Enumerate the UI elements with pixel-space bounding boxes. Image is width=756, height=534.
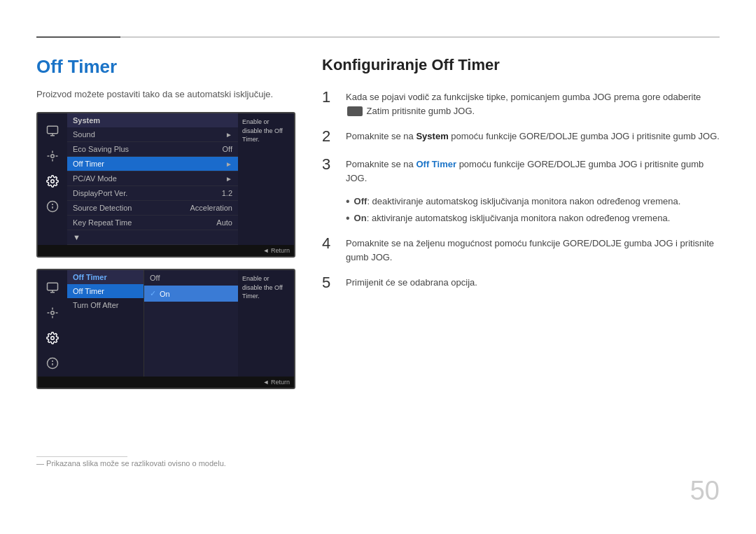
monitor-icon-info xyxy=(45,199,60,214)
subtitle: Proizvod možete postaviti tako da se aut… xyxy=(36,89,295,99)
step3-blue-bold: Off Timer xyxy=(416,159,456,169)
svg-point-3 xyxy=(51,155,55,158)
step-text-3: Pomaknite se na Off Timer pomoću funkcij… xyxy=(346,155,720,185)
step-3: 3 Pomaknite se na Off Timer pomoću funkc… xyxy=(322,155,720,185)
menu-item-sound: Sound► xyxy=(67,127,238,142)
step-5: 5 Primijenit će se odabrana opcija. xyxy=(322,274,720,292)
top-line-full xyxy=(36,36,720,38)
submenu-item-turnoff: Turn Off After xyxy=(67,298,144,312)
steps-list-2: 4 Pomaknite se na željenu mogućnost pomo… xyxy=(322,234,720,292)
submenu-options: Off ✓ On xyxy=(144,270,238,377)
submenu-item-offtimer: Off Timer xyxy=(67,284,144,298)
submenu-panel: Off Timer Off Timer Turn Off After xyxy=(67,270,144,377)
monitor2-side-note: Enable or disable the Off Timer. xyxy=(242,274,290,301)
bullet-off-label: Off xyxy=(354,196,368,206)
monitor-icon-settings xyxy=(45,174,60,189)
step-4: 4 Pomaknite se na željenu mogućnost pomo… xyxy=(322,234,720,264)
menu-header-system: System xyxy=(67,113,238,127)
bottom-note: — Prikazana slika može se razlikovati ov… xyxy=(36,459,226,468)
monitor-icon-display xyxy=(45,123,60,139)
monitor-sidebar-1 xyxy=(38,113,67,245)
step-text-4: Pomaknite se na željenu mogućnost pomoću… xyxy=(346,234,720,264)
svg-rect-11 xyxy=(48,283,58,290)
step2-bold: System xyxy=(416,131,448,141)
bullets-list: • Off: deaktiviranje automatskog isključ… xyxy=(346,195,720,225)
menu-item-eco: Eco Saving PlusOff xyxy=(67,142,238,157)
menu-item-offtimer: Off Timer► xyxy=(67,157,238,171)
page-number: 50 xyxy=(690,476,720,506)
steps-list: 1 Kada se pojavi vodič za funkcijske tip… xyxy=(322,88,720,185)
option-on: ✓ On xyxy=(144,286,238,302)
return-bar-1: ◄ Return xyxy=(38,245,294,256)
bullet-on-label: On xyxy=(354,213,367,223)
menu-item-more: ▼ xyxy=(67,230,238,245)
step-text-1: Kada se pojavi vodič za funkcijske tipke… xyxy=(346,88,720,118)
return-bar-2: ◄ Return xyxy=(38,377,294,388)
menu-item-displayport: DisplayPort Ver.1.2 xyxy=(67,186,238,201)
svg-point-14 xyxy=(51,311,55,315)
monitor2-icon-info xyxy=(45,356,60,371)
monitor-menu-1: System Sound► Eco Saving PlusOff Off Tim… xyxy=(67,113,238,245)
page-title: Off Timer xyxy=(36,56,295,78)
svg-rect-0 xyxy=(48,126,58,134)
bottom-note-line xyxy=(36,456,127,457)
step-text-2: Pomaknite se na System pomoću funkcije G… xyxy=(346,127,720,143)
menu-item-keyrepeat: Key Repeat TimeAuto xyxy=(67,216,238,230)
step-num-3: 3 xyxy=(322,155,337,174)
menu-item-source: Source DetectionAcceleration xyxy=(67,201,238,216)
monitor2-icon-adjust xyxy=(45,305,60,321)
monitor2-icon-display xyxy=(45,280,60,295)
step-num-5: 5 xyxy=(322,274,337,292)
jog-icon xyxy=(347,106,363,116)
bullet-off: • Off: deaktiviranje automatskog isključ… xyxy=(346,195,720,209)
monitor2-icon-settings xyxy=(45,330,60,346)
right-column: Konfiguriranje Off Timer 1 Kada se pojav… xyxy=(322,56,720,302)
top-line-accent xyxy=(36,36,120,38)
step-1: 1 Kada se pojavi vodič za funkcijske tip… xyxy=(322,88,720,118)
menu-item-pcav: PC/AV Mode► xyxy=(67,171,238,186)
return-label-2: ◄ Return xyxy=(263,379,290,386)
bullet-on: • On: aktiviranje automatskog isključiva… xyxy=(346,211,720,225)
left-column: Off Timer Proizvod možete postaviti tako… xyxy=(36,56,295,389)
step-num-4: 4 xyxy=(322,234,337,253)
option-off: Off xyxy=(144,270,238,286)
submenu-header: Off Timer xyxy=(67,270,144,284)
monitor1-side-note: Enable or disable the Off Timer. xyxy=(242,118,290,144)
monitor-sidebar-2 xyxy=(38,270,67,377)
step-text-5: Primijenit će se odabrana opcija. xyxy=(346,274,477,290)
monitor-mockup-1: System Sound► Eco Saving PlusOff Off Tim… xyxy=(36,112,295,258)
step-2: 2 Pomaknite se na System pomoću funkcije… xyxy=(322,127,720,146)
return-label-1: ◄ Return xyxy=(263,247,290,254)
section-title: Konfiguriranje Off Timer xyxy=(322,56,720,74)
step-num-2: 2 xyxy=(322,127,337,146)
step-num-1: 1 xyxy=(322,88,337,106)
monitor-mockup-2: Off Timer Off Timer Turn Off After Off ✓… xyxy=(36,269,295,389)
monitor-icon-adjust xyxy=(45,148,60,164)
